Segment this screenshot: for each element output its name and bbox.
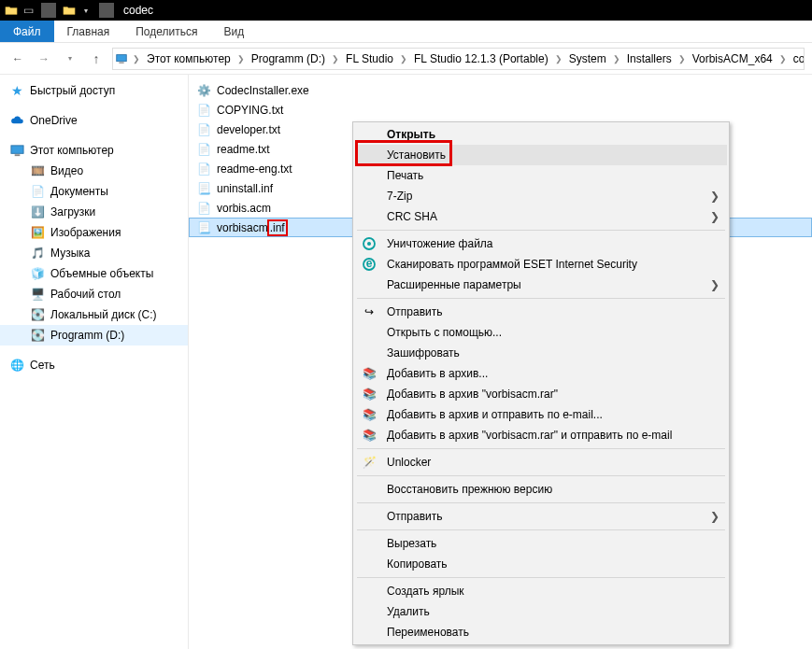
nav-forward-button: → xyxy=(34,49,54,69)
menu-encrypt[interactable]: Зашифровать xyxy=(355,343,727,363)
menu-separator xyxy=(357,448,725,449)
chevron-right-icon[interactable]: ❯ xyxy=(329,54,342,63)
menu-rar-named[interactable]: 📚Добавить в архив "vorbisacm.rar" xyxy=(355,384,727,404)
cube-icon: 🧊 xyxy=(30,266,45,281)
sidebar-item-drive-d[interactable]: 💽Programm (D:) xyxy=(0,325,188,346)
menu-rename[interactable]: Переименовать xyxy=(355,622,727,642)
winrar-icon: 📚 xyxy=(361,429,378,442)
menu-7zip[interactable]: 7-Zip❯ xyxy=(355,186,727,206)
exe-icon: ⚙️ xyxy=(196,83,211,98)
winrar-icon: 📚 xyxy=(361,408,378,421)
properties-icon[interactable]: ▭ xyxy=(21,3,36,18)
sidebar-item-label: Объемные объекты xyxy=(50,267,153,280)
breadcrumb-item[interactable]: FL Studio 12.1.3 (Portable) xyxy=(410,52,552,65)
file-item[interactable]: 📄COPYING.txt xyxy=(189,100,812,120)
inf-icon: 📃 xyxy=(196,220,211,235)
chevron-right-icon: ❯ xyxy=(710,210,719,223)
breadcrumb-item[interactable]: codec xyxy=(790,52,805,65)
tab-file[interactable]: Файл xyxy=(0,21,54,42)
network-icon: 🌐 xyxy=(9,358,24,373)
menu-restore[interactable]: Восстановить прежнюю версию xyxy=(355,479,727,500)
menu-install[interactable]: Установить xyxy=(355,145,727,165)
file-name: readme-eng.txt xyxy=(217,162,292,176)
menu-unlocker[interactable]: 🪄Unlocker xyxy=(355,452,727,473)
breadcrumb-item[interactable]: FL Studio xyxy=(342,52,397,65)
document-icon: 📄 xyxy=(30,184,45,199)
breadcrumb[interactable]: ❯ Этот компьютер❯ Programm (D:)❯ FL Stud… xyxy=(112,48,805,70)
menu-shred[interactable]: Уничтожение файла xyxy=(355,233,727,254)
sidebar-item-documents[interactable]: 📄Документы xyxy=(0,181,188,202)
menu-advanced[interactable]: Расширенные параметры❯ xyxy=(355,275,727,295)
context-menu: Открыть Установить Печать 7-Zip❯ CRC SHA… xyxy=(352,121,730,645)
menu-separator xyxy=(357,502,725,503)
sidebar-item-music[interactable]: 🎵Музыка xyxy=(0,243,188,263)
cloud-icon xyxy=(9,113,24,128)
menu-openwith[interactable]: Открыть с помощью... xyxy=(355,322,727,343)
nav-up-button[interactable]: ↑ xyxy=(86,49,107,69)
menu-sendto[interactable]: Отправить❯ xyxy=(355,506,727,527)
chevron-right-icon[interactable]: ❯ xyxy=(130,54,143,63)
tab-home[interactable]: Главная xyxy=(54,21,123,42)
sidebar-quick-access[interactable]: ★ Быстрый доступ xyxy=(0,80,188,101)
menu-shortcut[interactable]: Создать ярлык xyxy=(355,581,727,601)
sidebar-item-label: Изображения xyxy=(50,226,121,239)
tab-share[interactable]: Поделиться xyxy=(122,21,210,42)
sidebar-onedrive[interactable]: OneDrive xyxy=(0,110,188,131)
chevron-right-icon[interactable]: ❯ xyxy=(676,54,689,63)
svg-rect-0 xyxy=(117,54,127,61)
menu-copy[interactable]: Копировать xyxy=(355,554,727,574)
sidebar-item-videos[interactable]: 🎞️Видео xyxy=(0,161,188,181)
chevron-right-icon[interactable]: ❯ xyxy=(776,54,790,63)
menu-share[interactable]: ↪Отправить xyxy=(355,302,727,322)
menu-scan[interactable]: eСканировать программой ESET Internet Se… xyxy=(355,254,727,275)
file-name: developer.txt xyxy=(217,123,280,136)
sidebar-item-desktop[interactable]: 🖥️Рабочий стол xyxy=(0,284,188,304)
eset-icon xyxy=(361,237,378,250)
breadcrumb-item[interactable]: Installers xyxy=(623,52,676,65)
sidebar-network[interactable]: 🌐 Сеть xyxy=(0,355,188,375)
chevron-right-icon[interactable]: ❯ xyxy=(552,54,565,63)
sidebar-item-label: Рабочий стол xyxy=(50,288,121,301)
sidebar-this-pc[interactable]: Этот компьютер xyxy=(0,140,188,161)
sidebar-item-label: Programm (D:) xyxy=(50,329,124,342)
annotation-highlight: .inf xyxy=(267,219,288,236)
inf-icon: 📃 xyxy=(196,181,211,196)
drive-icon: 💽 xyxy=(30,328,45,343)
menu-crcsha[interactable]: CRC SHA❯ xyxy=(355,206,727,227)
file-name: readme.txt xyxy=(217,143,270,156)
menu-rar-add[interactable]: 📚Добавить в архив... xyxy=(355,363,727,384)
txt-icon: 📄 xyxy=(196,142,211,157)
chevron-right-icon: ❯ xyxy=(710,190,719,203)
menu-print[interactable]: Печать xyxy=(355,165,727,186)
chevron-right-icon[interactable]: ❯ xyxy=(397,54,410,63)
file-name: COPYING.txt xyxy=(217,104,283,117)
menu-cut[interactable]: Вырезать xyxy=(355,533,727,554)
ribbon-tabs: Файл Главная Поделиться Вид xyxy=(0,21,812,43)
sidebar-item-3dobjects[interactable]: 🧊Объемные объекты xyxy=(0,263,188,284)
menu-separator xyxy=(357,529,725,530)
menu-rar-mail[interactable]: 📚Добавить в архив и отправить по e-mail.… xyxy=(355,404,727,425)
sidebar-item-drive-c[interactable]: 💽Локальный диск (C:) xyxy=(0,304,188,325)
breadcrumb-item[interactable]: System xyxy=(565,52,610,65)
wand-icon: 🪄 xyxy=(361,456,378,469)
nav-recent-dropdown[interactable]: ▾ xyxy=(60,49,80,69)
chevron-right-icon[interactable]: ❯ xyxy=(610,54,623,63)
chevron-right-icon[interactable]: ❯ xyxy=(235,54,248,63)
sidebar-item-downloads[interactable]: ⬇️Загрузки xyxy=(0,202,188,222)
tab-view[interactable]: Вид xyxy=(210,21,257,42)
sidebar-item-pictures[interactable]: 🖼️Изображения xyxy=(0,222,188,243)
menu-delete[interactable]: Удалить xyxy=(355,601,727,622)
breadcrumb-item[interactable]: Programm (D:) xyxy=(248,52,329,65)
pc-icon xyxy=(9,143,24,158)
breadcrumb-item[interactable]: Этот компьютер xyxy=(143,52,235,65)
nav-back-button[interactable]: ← xyxy=(7,49,28,69)
dropdown-icon[interactable]: ▾ xyxy=(78,3,93,18)
svg-rect-1 xyxy=(119,62,123,63)
file-item[interactable]: ⚙️CodecInstaller.exe xyxy=(189,80,812,100)
folder-icon xyxy=(62,3,77,18)
menu-rar-named-mail[interactable]: 📚Добавить в архив "vorbisacm.rar" и отпр… xyxy=(355,425,727,445)
winrar-icon: 📚 xyxy=(361,388,378,401)
breadcrumb-item[interactable]: VorbisACM_x64 xyxy=(689,52,776,65)
video-icon: 🎞️ xyxy=(30,163,45,178)
menu-open[interactable]: Открыть xyxy=(355,124,727,145)
